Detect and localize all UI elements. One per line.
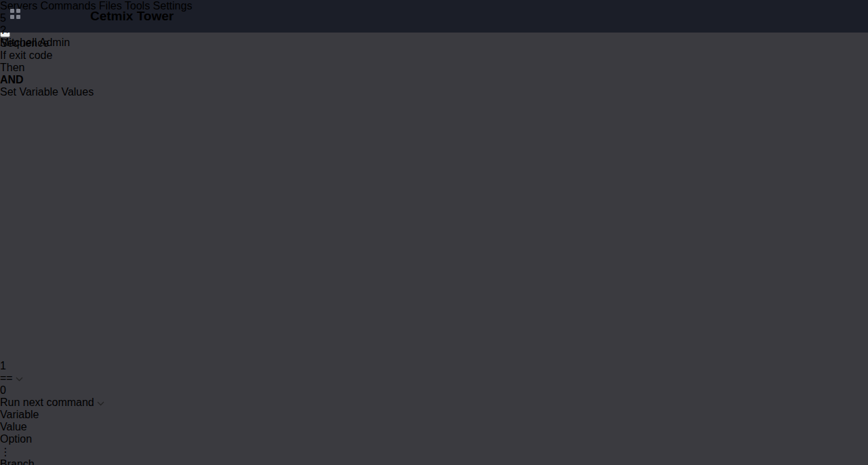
- exit-code-operator-value: ==: [0, 372, 13, 384]
- table-row[interactable]: Branch production: [0, 458, 868, 465]
- column-header-option[interactable]: Option: [0, 433, 868, 445]
- exit-code-operator-select[interactable]: ==: [0, 372, 315, 384]
- cell-variable[interactable]: Branch: [0, 458, 868, 465]
- chevron-down-icon: [97, 397, 104, 408]
- then-select[interactable]: Run next command: [0, 397, 638, 409]
- set-variable-values-label: Set Variable Values: [0, 86, 868, 98]
- exit-code-value: 0: [0, 384, 6, 396]
- top-navbar: Cetmix Tower Servers Commands Files Tool…: [0, 0, 868, 33]
- table-divider-line: [0, 173, 868, 360]
- table-header-row: Variable Value Option ⋮: [0, 409, 868, 458]
- if-exit-code-label: If exit code: [0, 49, 868, 62]
- sequence-input-value: 1: [0, 360, 6, 371]
- exit-code-value-input[interactable]: 0: [0, 384, 318, 397]
- sequence-input[interactable]: 1: [0, 360, 868, 372]
- apps-menu-icon[interactable]: [10, 9, 21, 20]
- field-divider-line: [0, 98, 868, 173]
- column-header-value[interactable]: Value: [0, 421, 868, 433]
- column-header-variable[interactable]: Variable: [0, 409, 868, 421]
- chevron-down-icon: [16, 372, 23, 384]
- modal-open-actions: Open: Actions ✕ Sequence If exit code Th…: [0, 12, 868, 465]
- then-select-value: Run next command: [0, 397, 94, 408]
- screen: Cetmix Tower Servers Commands Files Tool…: [0, 0, 868, 465]
- variable-values-table: Variable Value Option ⋮ Branch productio…: [0, 409, 868, 465]
- and-label: AND: [0, 74, 868, 86]
- nav-item-commands[interactable]: Commands: [41, 0, 96, 12]
- optional-columns-icon[interactable]: ⋮: [0, 446, 11, 458]
- brand-title[interactable]: Cetmix Tower: [90, 0, 174, 33]
- user-name[interactable]: Mitchell Admin: [0, 37, 868, 49]
- then-label: Then: [0, 62, 868, 74]
